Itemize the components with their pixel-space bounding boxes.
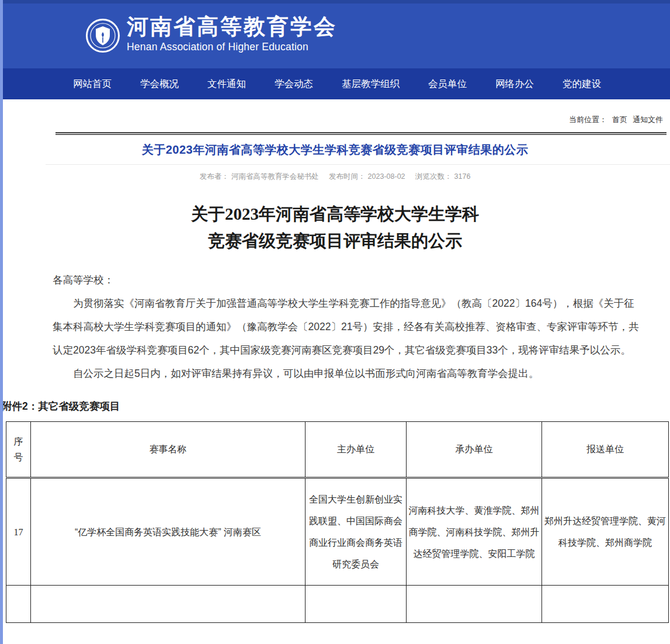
publisher-value: 河南省高等教育学会秘书处	[231, 172, 319, 181]
nav-item-online-office[interactable]: 网络办公	[495, 78, 534, 91]
breadcrumb-home-link[interactable]: 首页	[612, 115, 627, 124]
publish-time-value: 2023-08-02	[368, 172, 405, 181]
main-nav: 网站首页 学会概况 文件通知 学会动态 基层教学组织 会员单位 网络办公 党的建…	[0, 68, 670, 99]
document-heading-line2: 竞赛省级竞赛项目评审结果的公示	[0, 227, 670, 254]
submitter-cell: 郑州升达经贸管理学院、黄河科技学院、郑州商学院	[542, 478, 669, 586]
brand-text: 河南省高等教育学会 Henan Association of Higher Ed…	[127, 14, 337, 53]
nav-item-news[interactable]: 学会动态	[275, 78, 313, 91]
title-bottom-divider	[46, 164, 670, 165]
column-header-index: 序号	[6, 422, 31, 478]
title-top-divider	[55, 132, 666, 135]
association-logo-icon[interactable]	[85, 18, 120, 53]
views-label: 浏览次数：	[415, 172, 452, 181]
breadcrumb-label: 当前位置：	[569, 115, 607, 124]
page-left-accent-strip	[0, 0, 3, 644]
event-name-cell: “亿学杯全国商务英语实践技能大赛” 河南赛区	[31, 478, 306, 586]
column-header-event-name: 赛事名称	[31, 422, 306, 478]
table-header-row: 序号 赛事名称 主办单位 承办单位 报送单位	[6, 422, 669, 478]
document-body: 各高等学校： 为贯彻落实《河南省教育厅关于加强普通高等学校大学生学科竞赛工作的指…	[53, 268, 643, 385]
document-heading-line1: 关于2023年河南省高等学校大学生学科	[0, 200, 670, 227]
attachment-label: 附件2：其它省级竞赛项目	[2, 399, 670, 413]
breadcrumb: 当前位置：首页通知文件	[0, 99, 670, 125]
nav-item-teaching-orgs[interactable]: 基层教学组织	[342, 78, 400, 91]
salutation: 各高等学校：	[53, 268, 643, 292]
publish-time-label: 发布时间：	[329, 172, 366, 181]
nav-item-home[interactable]: 网站首页	[73, 78, 112, 91]
document-heading: 关于2023年河南省高等学校大学生学科 竞赛省级竞赛项目评审结果的公示	[0, 200, 670, 254]
site-header: 河南省高等教育学会 Henan Association of Higher Ed…	[0, 4, 670, 68]
article-title: 关于2023年河南省高等学校大学生学科竞赛省级竞赛项目评审结果的公示	[0, 142, 670, 158]
brand-name-cn: 河南省高等教育学会	[127, 14, 337, 40]
publisher-label: 发布者：	[200, 172, 229, 181]
nav-item-members[interactable]: 会员单位	[428, 78, 467, 91]
brand-name-en: Henan Association of Higher Education	[127, 40, 337, 53]
article-meta: 发布者：河南省高等教育学会秘书处 发布时间：2023-08-02 浏览次数：31…	[0, 172, 670, 182]
paragraph-1: 为贯彻落实《河南省教育厅关于加强普通高等学校大学生学科竞赛工作的指导意见》（教高…	[53, 292, 643, 362]
column-header-submitter: 报送单位	[542, 422, 669, 478]
row-index-cell: 17	[6, 478, 31, 586]
table-row: 17 “亿学杯全国商务英语实践技能大赛” 河南赛区 全国大学生创新创业实践联盟、…	[6, 478, 669, 586]
column-header-undertaker: 承办单位	[407, 422, 542, 478]
breadcrumb-section-link[interactable]: 通知文件	[633, 115, 663, 124]
column-header-organizer: 主办单位	[306, 422, 407, 478]
undertaker-cell: 河南科技大学、黄淮学院、郑州商学院、河南科技学院、郑州升达经贸管理学院、安阳工学…	[407, 478, 542, 586]
nav-item-about[interactable]: 学会概况	[140, 78, 179, 91]
organizer-cell: 全国大学生创新创业实践联盟、中国国际商会商业行业商会商务英语研究委员会	[306, 478, 407, 586]
competition-results-table: 序号 赛事名称 主办单位 承办单位 报送单位 17 “亿学杯全国商务英语实践技能…	[6, 421, 669, 623]
paragraph-2: 自公示之日起5日内，如对评审结果持有异议，可以由申报单位以书面形式向河南省高等教…	[53, 362, 643, 385]
nav-item-documents[interactable]: 文件通知	[207, 78, 246, 91]
views-value: 3176	[454, 172, 471, 181]
table-row-partial	[6, 586, 669, 623]
nav-item-party-building[interactable]: 党的建设	[563, 78, 601, 91]
